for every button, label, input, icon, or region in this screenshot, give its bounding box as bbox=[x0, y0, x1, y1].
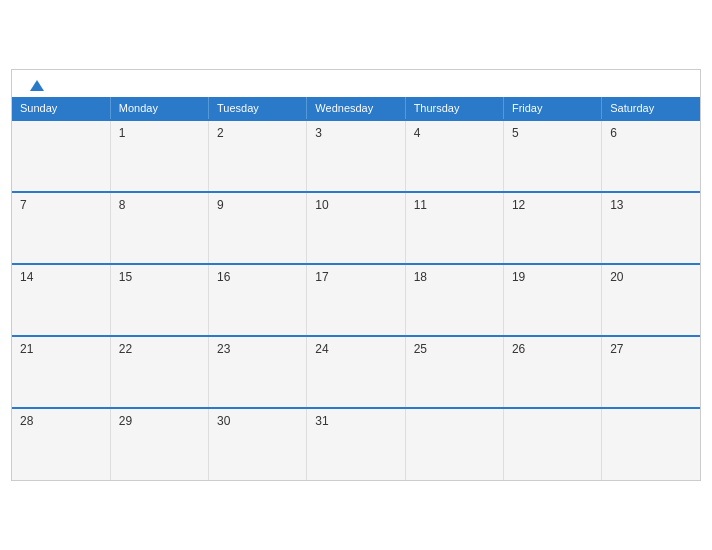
weekday-header: Sunday bbox=[12, 97, 110, 120]
calendar-header bbox=[12, 70, 700, 97]
calendar-day: 31 bbox=[307, 408, 405, 480]
calendar-day: 5 bbox=[503, 120, 601, 192]
calendar-week-row: 14151617181920 bbox=[12, 264, 700, 336]
calendar-day: 22 bbox=[110, 336, 208, 408]
calendar-day bbox=[503, 408, 601, 480]
weekday-header: Friday bbox=[503, 97, 601, 120]
calendar-day: 30 bbox=[209, 408, 307, 480]
calendar-day: 3 bbox=[307, 120, 405, 192]
calendar-day: 17 bbox=[307, 264, 405, 336]
calendar-week-row: 78910111213 bbox=[12, 192, 700, 264]
calendar-day: 13 bbox=[602, 192, 700, 264]
weekday-header: Thursday bbox=[405, 97, 503, 120]
calendar-day: 21 bbox=[12, 336, 110, 408]
calendar-day: 8 bbox=[110, 192, 208, 264]
calendar: SundayMondayTuesdayWednesdayThursdayFrid… bbox=[11, 69, 701, 481]
calendar-day: 7 bbox=[12, 192, 110, 264]
logo bbox=[28, 80, 44, 91]
calendar-week-row: 28293031 bbox=[12, 408, 700, 480]
weekday-row: SundayMondayTuesdayWednesdayThursdayFrid… bbox=[12, 97, 700, 120]
calendar-day: 12 bbox=[503, 192, 601, 264]
calendar-body: 1234567891011121314151617181920212223242… bbox=[12, 120, 700, 480]
calendar-day: 4 bbox=[405, 120, 503, 192]
calendar-grid: SundayMondayTuesdayWednesdayThursdayFrid… bbox=[12, 97, 700, 480]
calendar-day: 24 bbox=[307, 336, 405, 408]
calendar-day: 25 bbox=[405, 336, 503, 408]
calendar-day: 6 bbox=[602, 120, 700, 192]
calendar-day: 27 bbox=[602, 336, 700, 408]
calendar-day bbox=[602, 408, 700, 480]
calendar-day: 14 bbox=[12, 264, 110, 336]
calendar-day: 1 bbox=[110, 120, 208, 192]
calendar-day: 9 bbox=[209, 192, 307, 264]
calendar-day: 18 bbox=[405, 264, 503, 336]
calendar-day: 26 bbox=[503, 336, 601, 408]
calendar-day: 23 bbox=[209, 336, 307, 408]
logo-triangle-icon bbox=[30, 80, 44, 91]
calendar-day: 16 bbox=[209, 264, 307, 336]
weekday-header: Saturday bbox=[602, 97, 700, 120]
calendar-day: 29 bbox=[110, 408, 208, 480]
calendar-weekdays: SundayMondayTuesdayWednesdayThursdayFrid… bbox=[12, 97, 700, 120]
calendar-day: 15 bbox=[110, 264, 208, 336]
weekday-header: Tuesday bbox=[209, 97, 307, 120]
calendar-week-row: 21222324252627 bbox=[12, 336, 700, 408]
weekday-header: Monday bbox=[110, 97, 208, 120]
calendar-day bbox=[12, 120, 110, 192]
calendar-day: 28 bbox=[12, 408, 110, 480]
calendar-day: 20 bbox=[602, 264, 700, 336]
calendar-day: 11 bbox=[405, 192, 503, 264]
calendar-day bbox=[405, 408, 503, 480]
calendar-day: 2 bbox=[209, 120, 307, 192]
weekday-header: Wednesday bbox=[307, 97, 405, 120]
calendar-day: 19 bbox=[503, 264, 601, 336]
calendar-day: 10 bbox=[307, 192, 405, 264]
calendar-week-row: 123456 bbox=[12, 120, 700, 192]
